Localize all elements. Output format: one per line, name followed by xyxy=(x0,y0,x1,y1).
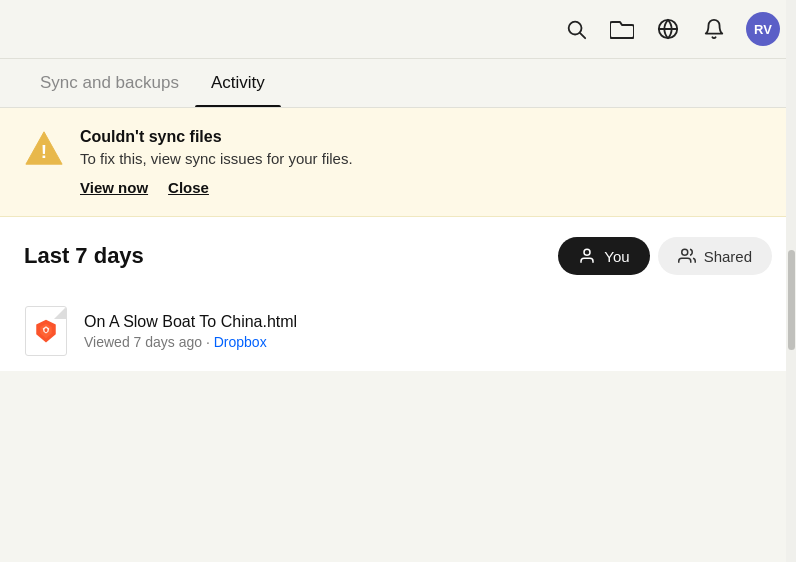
globe-icon[interactable] xyxy=(654,15,682,43)
close-link[interactable]: Close xyxy=(168,179,209,196)
file-details: On A Slow Boat To China.html Viewed 7 da… xyxy=(84,313,772,350)
brave-logo-icon xyxy=(33,318,59,344)
scrollbar-thumb[interactable] xyxy=(788,250,795,350)
avatar[interactable]: RV xyxy=(746,12,780,46)
svg-point-6 xyxy=(584,249,590,255)
search-icon[interactable] xyxy=(562,15,590,43)
filter-shared-label: Shared xyxy=(704,248,752,265)
filter-you-label: You xyxy=(604,248,629,265)
file-meta-text: Viewed 7 days ago · xyxy=(84,334,214,350)
scrollbar-track[interactable] xyxy=(786,0,796,562)
tab-sync-and-backups[interactable]: Sync and backups xyxy=(24,59,195,107)
warning-title: Couldn't sync files xyxy=(80,128,772,146)
content-area: ! Couldn't sync files To fix this, view … xyxy=(0,108,796,371)
filter-shared-button[interactable]: Shared xyxy=(658,237,772,275)
svg-line-1 xyxy=(580,33,585,38)
warning-icon: ! xyxy=(24,128,64,168)
warning-banner: ! Couldn't sync files To fix this, view … xyxy=(0,108,796,217)
period-label: Last 7 days xyxy=(24,243,144,269)
period-section: Last 7 days You Shared xyxy=(0,217,796,291)
tabs-bar: Sync and backups Activity xyxy=(0,59,796,108)
warning-description: To fix this, view sync issues for your f… xyxy=(80,150,772,167)
filter-you-button[interactable]: You xyxy=(558,237,649,275)
warning-content: Couldn't sync files To fix this, view sy… xyxy=(80,128,772,196)
tab-activity[interactable]: Activity xyxy=(195,59,281,107)
bell-icon[interactable] xyxy=(700,15,728,43)
file-meta: Viewed 7 days ago · Dropbox xyxy=(84,334,772,350)
file-name: On A Slow Boat To China.html xyxy=(84,313,772,331)
folder-icon[interactable] xyxy=(608,15,636,43)
file-meta-link[interactable]: Dropbox xyxy=(214,334,267,350)
filter-buttons: You Shared xyxy=(558,237,772,275)
file-icon xyxy=(24,305,68,357)
html-file-thumbnail xyxy=(25,306,67,356)
toolbar: RV xyxy=(0,0,796,59)
view-now-link[interactable]: View now xyxy=(80,179,148,196)
file-item: On A Slow Boat To China.html Viewed 7 da… xyxy=(0,291,796,371)
svg-point-7 xyxy=(681,249,687,255)
warning-actions: View now Close xyxy=(80,179,772,196)
svg-text:!: ! xyxy=(41,141,47,162)
